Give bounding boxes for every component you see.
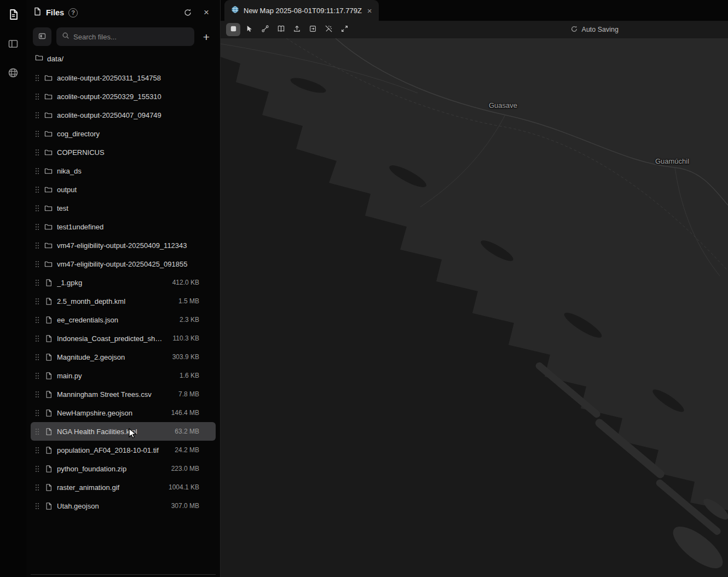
file-row[interactable]: 2.5_month_depth.kml 1.5 MB xyxy=(31,292,216,310)
file-row[interactable]: Magnitude_2.geojson 303.9 KB xyxy=(31,348,216,366)
drag-handle-icon[interactable] xyxy=(34,354,40,361)
document-icon xyxy=(33,7,42,18)
file-row[interactable]: vm47-eligibility-output-20250425_091855 xyxy=(31,255,216,273)
drag-handle-icon[interactable] xyxy=(34,168,40,175)
drag-handle-icon[interactable] xyxy=(34,372,40,379)
file-name: vm47-eligibility-output-20250409_112343 xyxy=(57,241,192,250)
file-name: nika_ds xyxy=(57,167,192,175)
file-row[interactable]: Manningham Street Trees.csv 7.8 MB xyxy=(31,385,216,403)
panel-title: Files xyxy=(46,8,64,17)
file-row[interactable]: _1.gpkg 412.0 KB xyxy=(31,273,216,292)
file-type-icon xyxy=(44,297,53,305)
file-type-icon xyxy=(44,223,53,231)
search-input[interactable] xyxy=(73,33,189,41)
file-size: 303.9 KB xyxy=(172,353,199,361)
select-tool-button[interactable] xyxy=(242,23,256,36)
map-globe-icon xyxy=(231,5,239,15)
file-row[interactable]: Indonesia_Coast_predicted_shor... 110.3 … xyxy=(31,329,216,348)
file-row[interactable]: output xyxy=(31,180,216,199)
files-panel: Files ? × + xyxy=(26,0,221,577)
drag-handle-icon[interactable] xyxy=(34,205,40,212)
drag-handle-icon[interactable] xyxy=(34,409,40,417)
map-tab[interactable]: New Map 2025-08-01T09:11:17.779Z × xyxy=(224,0,379,21)
file-size: 307.0 MB xyxy=(171,502,199,510)
map-image xyxy=(221,38,728,577)
file-name: acolite-output-20250329_155310 xyxy=(57,93,192,101)
file-row[interactable]: main.py 1.6 KB xyxy=(31,366,216,385)
file-row[interactable]: raster_animation.gif 1004.1 KB xyxy=(31,478,216,497)
map-canvas[interactable]: GuasaveGuamúchil xyxy=(221,38,728,577)
panels-rail-button[interactable] xyxy=(5,37,21,52)
file-name: Magnitude_2.geojson xyxy=(57,353,165,361)
drag-handle-icon[interactable] xyxy=(34,130,40,137)
upload-tool-button[interactable] xyxy=(290,23,304,36)
file-row[interactable]: Utah.geojson 307.0 MB xyxy=(31,497,216,515)
file-size: 63.2 MB xyxy=(175,428,199,435)
file-size: 24.2 MB xyxy=(175,446,199,454)
drag-handle-icon[interactable] xyxy=(34,298,40,305)
file-list: acolite-output-20250311_154758 acolite-o… xyxy=(26,68,220,577)
globe-rail-button[interactable] xyxy=(5,66,21,81)
app-window: Files ? × + xyxy=(0,0,728,577)
file-name: vm47-eligibility-output-20250425_091855 xyxy=(57,260,192,268)
file-row[interactable]: python_foundation.zip 223.0 MB xyxy=(31,459,216,478)
expand-tool-icon xyxy=(340,25,349,34)
drag-handle-icon[interactable] xyxy=(34,447,40,454)
file-name: Indonesia_Coast_predicted_shor... xyxy=(57,334,166,343)
help-icon[interactable]: ? xyxy=(68,8,78,18)
file-row[interactable]: vm47-eligibility-output-20250409_112343 xyxy=(31,236,216,255)
drag-handle-icon[interactable] xyxy=(34,428,40,435)
file-row[interactable]: ee_credentials.json 2.3 KB xyxy=(31,310,216,329)
refresh-button[interactable] xyxy=(181,5,195,20)
file-row[interactable]: acolite-output-20250311_154758 xyxy=(31,68,216,87)
breadcrumb[interactable]: data/ xyxy=(26,53,220,68)
files-rail-button[interactable] xyxy=(5,8,21,23)
drag-handle-icon[interactable] xyxy=(34,316,40,324)
search-icon xyxy=(62,32,70,42)
drag-handle-icon[interactable] xyxy=(34,261,40,268)
close-panel-button[interactable]: × xyxy=(199,5,213,20)
drag-handle-icon[interactable] xyxy=(34,335,40,342)
file-row[interactable]: population_AF04_2018-10-01.tif 24.2 MB xyxy=(31,441,216,459)
drag-handle-icon[interactable] xyxy=(34,186,40,193)
drag-handle-icon[interactable] xyxy=(34,279,40,286)
node-edit-tool-icon xyxy=(261,25,269,34)
upload-tool-icon xyxy=(293,25,301,34)
file-row[interactable]: NGA Health Facilities.kml 63.2 MB xyxy=(31,422,216,441)
tab-close-button[interactable]: × xyxy=(367,6,372,15)
drag-handle-icon[interactable] xyxy=(34,93,40,100)
collapse-panel-icon xyxy=(38,32,47,42)
drag-handle-icon[interactable] xyxy=(34,484,40,491)
basemap-tool-button[interactable] xyxy=(274,23,288,36)
file-row[interactable]: nika_ds xyxy=(31,161,216,180)
file-type-icon xyxy=(44,148,53,157)
file-row[interactable]: acolite-output-20250329_155310 xyxy=(31,87,216,106)
file-type-icon xyxy=(44,260,53,268)
file-row[interactable]: NewHampshire.geojson 146.4 MB xyxy=(31,403,216,422)
file-name: output xyxy=(57,186,192,194)
expand-tool-button[interactable] xyxy=(337,23,351,36)
drag-handle-icon[interactable] xyxy=(34,149,40,156)
drag-handle-icon[interactable] xyxy=(34,242,40,249)
collapse-panel-button[interactable] xyxy=(33,27,51,46)
add-file-button[interactable]: + xyxy=(199,28,213,45)
file-row[interactable]: cog_directory xyxy=(31,124,216,143)
drag-handle-icon[interactable] xyxy=(34,465,40,472)
drag-handle-icon[interactable] xyxy=(34,503,40,510)
file-row[interactable]: COPERNICUS xyxy=(31,143,216,161)
node-edit-tool-button[interactable] xyxy=(258,23,272,36)
file-size: 223.0 MB xyxy=(171,465,199,472)
drag-handle-icon[interactable] xyxy=(34,391,40,398)
frame-tool-button[interactable] xyxy=(305,23,320,36)
file-row[interactable]: test xyxy=(31,199,216,217)
drag-handle-icon[interactable] xyxy=(34,223,40,230)
file-row[interactable]: acolite-output-20250407_094749 xyxy=(31,106,216,124)
file-type-icon xyxy=(44,409,53,417)
style-tool-button[interactable] xyxy=(226,23,240,36)
drag-handle-icon[interactable] xyxy=(34,74,40,82)
magic-wand-off-tool-button[interactable] xyxy=(321,23,336,36)
file-row[interactable]: test1undefined xyxy=(31,217,216,236)
search-box xyxy=(56,27,194,46)
drag-handle-icon[interactable] xyxy=(34,112,40,119)
file-name: test1undefined xyxy=(57,223,192,231)
